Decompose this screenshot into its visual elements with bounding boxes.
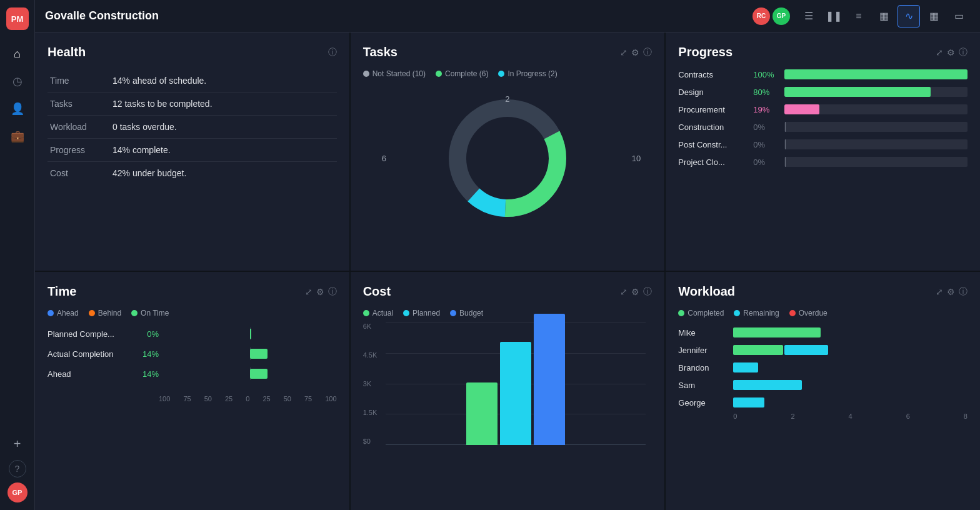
ahead-row-label: Ahead: [48, 369, 129, 379]
legend-behind: Behind: [89, 309, 121, 318]
time-settings-icon[interactable]: ⚙: [316, 287, 324, 297]
time-help-icon[interactable]: ⓘ: [328, 286, 337, 298]
sidebar-item-clock[interactable]: ◷: [6, 70, 29, 92]
time-legend: Ahead Behind On Time: [48, 309, 337, 318]
behind-label: Behind: [98, 309, 121, 318]
donut-label-left: 6: [382, 154, 386, 163]
george-bars: [733, 398, 968, 408]
workload-expand-icon[interactable]: ⤢: [936, 287, 943, 297]
post-const-label: Post Constr...: [678, 140, 747, 149]
filter-button[interactable]: ≡: [848, 5, 870, 28]
list-view-button[interactable]: ☰: [798, 5, 820, 28]
tasks-expand-icon[interactable]: ⤢: [620, 48, 628, 58]
legend-on-time: On Time: [131, 309, 169, 318]
toolbar: ☰ ❚❚ ≡ ▦ ∿ ▦ ▭: [798, 5, 970, 28]
sidebar-item-briefcase[interactable]: 💼: [6, 125, 29, 148]
planned-cost-label: Planned: [412, 309, 440, 318]
progress-settings-icon[interactable]: ⚙: [947, 48, 955, 58]
health-value-progress: 14% complete.: [110, 139, 337, 162]
progress-row-project-close: Project Clo... 0%: [678, 157, 968, 167]
remaining-label: Remaining: [743, 309, 779, 318]
cost-expand-icon[interactable]: ⤢: [620, 287, 628, 297]
contracts-label: Contracts: [678, 70, 747, 79]
procurement-pct: 19%: [753, 105, 778, 114]
health-value-cost: 42% under budget.: [110, 162, 337, 185]
actual-label: Actual Completion: [48, 349, 129, 359]
sidebar-item-home[interactable]: ⌂: [6, 42, 29, 65]
time-row-actual: Actual Completion 14%: [48, 348, 337, 360]
mike-completed-bar: [733, 328, 821, 338]
app-logo[interactable]: PM: [6, 8, 29, 30]
progress-actions: ⤢ ⚙ ⓘ: [936, 47, 968, 58]
cost-title: Cost: [363, 284, 391, 299]
legend-remaining: Remaining: [734, 309, 779, 318]
workload-row-mike: Mike: [678, 328, 968, 338]
sam-label: Sam: [678, 381, 728, 390]
avatar-gp[interactable]: GP: [772, 8, 790, 25]
donut-chart: 6 10 2: [363, 83, 652, 233]
actual-dot: [363, 310, 369, 316]
progress-help-icon[interactable]: ⓘ: [959, 47, 968, 58]
actual-cost-label: Actual: [372, 309, 393, 318]
actual-bar-container: [164, 348, 337, 360]
help-icon[interactable]: ?: [9, 460, 26, 478]
user-avatar[interactable]: GP: [8, 482, 28, 502]
columns-view-button[interactable]: ❚❚: [822, 5, 845, 28]
tasks-help-icon[interactable]: ⓘ: [643, 47, 652, 58]
avatar-rc[interactable]: RC: [752, 8, 770, 25]
donut-label-top: 2: [505, 94, 509, 104]
overdue-label: Overdue: [799, 309, 828, 318]
health-help-icon[interactable]: ⓘ: [328, 47, 337, 58]
workload-settings-icon[interactable]: ⚙: [947, 287, 955, 297]
workload-legend: Completed Remaining Overdue: [678, 309, 968, 318]
time-row-ahead: Ahead 14%: [48, 368, 337, 380]
legend-actual: Actual: [363, 309, 393, 318]
progress-row-post-const: Post Constr... 0%: [678, 139, 968, 149]
jennifer-bars: [733, 345, 968, 355]
cost-help-icon[interactable]: ⓘ: [643, 286, 652, 298]
completed-label: Completed: [688, 309, 724, 318]
header: Govalle Construction RC GP ☰ ❚❚ ≡ ▦ ∿ ▦ …: [35, 0, 980, 32]
workload-row-sam: Sam: [678, 380, 968, 390]
post-const-bar-bg: [784, 139, 968, 149]
time-panel-header: Time ⤢ ⚙ ⓘ: [48, 284, 337, 299]
remaining-dot: [734, 310, 740, 316]
ahead-row-pct: 14%: [134, 369, 159, 379]
progress-panel-header: Progress ⤢ ⚙ ⓘ: [678, 45, 968, 59]
budget-bar: [534, 314, 565, 445]
contracts-bar-bg: [784, 69, 968, 79]
legend-overdue: Overdue: [789, 309, 828, 318]
procurement-label: Procurement: [678, 105, 747, 114]
health-label-progress: Progress: [48, 139, 110, 162]
contracts-pct: 100%: [753, 70, 778, 79]
planned-bar-container: [164, 328, 337, 340]
tasks-settings-icon[interactable]: ⚙: [631, 48, 639, 58]
on-time-label: On Time: [141, 309, 169, 318]
donut-label-right: 10: [632, 154, 641, 163]
progress-expand-icon[interactable]: ⤢: [936, 48, 943, 58]
cost-panel: Cost ⤢ ⚙ ⓘ Actual Planned Budg: [351, 272, 665, 510]
not-started-label: Not Started (10): [372, 69, 426, 78]
planned-pct: 0%: [134, 329, 159, 339]
cost-settings-icon[interactable]: ⚙: [631, 287, 639, 297]
time-title: Time: [48, 284, 76, 299]
file-view-button[interactable]: ▭: [948, 5, 970, 28]
post-const-pct: 0%: [753, 140, 778, 149]
chart-view-button[interactable]: ∿: [898, 5, 920, 28]
calendar-view-button[interactable]: ▦: [922, 5, 945, 28]
time-expand-icon[interactable]: ⤢: [305, 287, 312, 297]
ahead-label: Ahead: [57, 309, 79, 318]
progress-row-contracts: Contracts 100%: [678, 69, 968, 79]
design-bar-fill: [784, 87, 931, 97]
health-label-workload: Workload: [48, 116, 110, 139]
project-close-bar-bg: [784, 157, 968, 167]
sidebar-item-users[interactable]: 👤: [6, 98, 29, 120]
sidebar: PM ⌂ ◷ 👤 💼 + ? GP: [0, 0, 35, 510]
dashboard: Health ⓘ Time 14% ahead of schedule. Tas…: [35, 32, 980, 510]
construction-bar-bg: [784, 122, 968, 132]
add-button[interactable]: +: [6, 432, 29, 455]
workload-help-icon[interactable]: ⓘ: [959, 286, 968, 298]
table-view-button[interactable]: ▦: [872, 5, 895, 28]
health-actions: ⓘ: [328, 47, 337, 58]
workload-actions: ⤢ ⚙ ⓘ: [936, 286, 968, 298]
